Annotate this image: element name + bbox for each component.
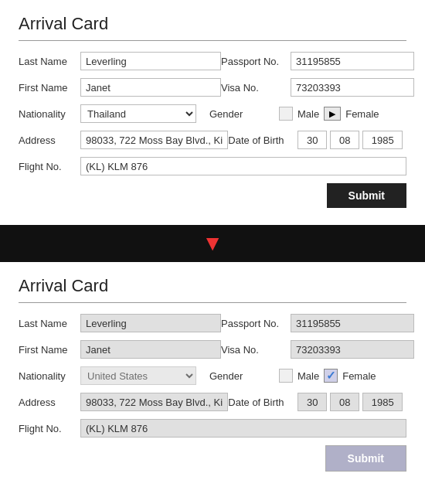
top-female-label: Female <box>345 108 379 120</box>
bottom-dob-day <box>298 393 327 411</box>
bottom-divider <box>19 302 406 303</box>
top-male-checkbox[interactable] <box>279 107 293 121</box>
bottom-dob-fields <box>298 393 403 411</box>
top-visa-group: Visa No. <box>221 78 414 97</box>
bottom-row-nationality: Nationality United States Gender Male ✓ … <box>19 366 406 385</box>
top-dob-month[interactable] <box>330 131 359 149</box>
top-label-firstname: First Name <box>19 82 80 94</box>
top-input-passport[interactable] <box>291 52 414 70</box>
bottom-label-nationality: Nationality <box>19 370 80 382</box>
bottom-label-visa: Visa No. <box>221 344 291 356</box>
bottom-submit-button[interactable]: Submit <box>325 445 406 472</box>
top-passport-group: Passport No. <box>221 52 414 70</box>
bottom-label-passport: Passport No. <box>221 318 291 329</box>
top-gender-arrow[interactable]: ▶ <box>324 107 341 121</box>
top-label-flight: Flight No. <box>19 161 80 172</box>
bottom-label-lastname: Last Name <box>19 318 80 329</box>
bottom-label-address: Address <box>19 397 80 408</box>
bottom-row-firstname: First Name Visa No. <box>19 340 406 359</box>
top-label-lastname: Last Name <box>19 56 80 67</box>
section-divider: ▼ <box>0 225 425 262</box>
top-label-gender: Gender <box>209 108 279 120</box>
bottom-visa-group: Visa No. <box>221 340 414 359</box>
bottom-gender-options: Male ✓ Female <box>279 369 376 383</box>
bottom-label-dob: Date of Birth <box>228 397 298 408</box>
top-row-flight: Flight No. <box>19 157 406 175</box>
bottom-submit-row: Submit <box>19 445 406 472</box>
bottom-label-gender: Gender <box>209 370 279 382</box>
top-label-dob: Date of Birth <box>228 135 298 146</box>
top-divider <box>19 40 406 41</box>
top-label-address: Address <box>19 135 80 146</box>
bottom-female-label: Female <box>342 370 376 382</box>
top-label-nationality: Nationality <box>19 108 80 120</box>
top-select-nationality[interactable]: Thailand United States <box>80 104 196 123</box>
top-dob-day[interactable] <box>298 131 327 149</box>
top-row-nationality: Nationality Thailand United States Gende… <box>19 104 406 123</box>
top-gender-group: Gender Male ▶ Female <box>209 107 406 121</box>
top-label-passport: Passport No. <box>221 56 291 67</box>
bottom-row-lastname: Last Name Passport No. <box>19 314 406 332</box>
bottom-gender-group: Gender Male ✓ Female <box>209 369 406 383</box>
top-male-label: Male <box>298 108 319 120</box>
bottom-label-firstname: First Name <box>19 344 80 356</box>
bottom-input-passport <box>291 314 414 332</box>
top-row-firstname: First Name Visa No. <box>19 78 406 97</box>
top-gender-options: Male ▶ Female <box>279 107 379 121</box>
top-input-lastname[interactable] <box>80 52 221 70</box>
top-label-visa: Visa No. <box>221 82 291 94</box>
bottom-input-lastname <box>80 314 221 332</box>
bottom-input-flight <box>80 419 406 438</box>
top-dob-fields <box>298 131 403 149</box>
top-title: Arrival Card <box>19 14 406 34</box>
top-input-address[interactable] <box>80 131 228 149</box>
bottom-input-firstname <box>80 340 221 359</box>
bottom-passport-group: Passport No. <box>221 314 414 332</box>
checkmark-icon: ✓ <box>326 369 336 383</box>
bottom-input-address <box>80 393 228 411</box>
down-arrow-icon: ▼ <box>202 233 223 254</box>
bottom-male-checkbox <box>279 369 293 383</box>
top-input-firstname[interactable] <box>80 78 221 97</box>
bottom-select-nationality: United States <box>80 366 196 385</box>
bottom-title: Arrival Card <box>19 276 406 296</box>
top-row-address: Address Date of Birth <box>19 131 406 149</box>
top-dob-group: Date of Birth <box>228 131 406 149</box>
top-section: Arrival Card Last Name Passport No. Firs… <box>0 0 425 225</box>
top-submit-row: Submit <box>19 183 406 208</box>
bottom-label-flight: Flight No. <box>19 423 80 434</box>
top-dob-year[interactable] <box>362 131 403 149</box>
bottom-section: Arrival Card Last Name Passport No. Firs… <box>0 262 425 489</box>
bottom-dob-year <box>362 393 403 411</box>
bottom-female-checkbox: ✓ <box>324 369 338 383</box>
bottom-male-label: Male <box>298 370 319 382</box>
top-submit-button[interactable]: Submit <box>327 183 406 208</box>
top-input-flight[interactable] <box>80 157 406 175</box>
top-input-visa[interactable] <box>291 78 414 97</box>
bottom-row-address: Address Date of Birth <box>19 393 406 411</box>
bottom-input-visa <box>291 340 414 359</box>
bottom-dob-group: Date of Birth <box>228 393 406 411</box>
bottom-dob-month <box>330 393 359 411</box>
top-row-lastname: Last Name Passport No. <box>19 52 406 70</box>
bottom-row-flight: Flight No. <box>19 419 406 438</box>
